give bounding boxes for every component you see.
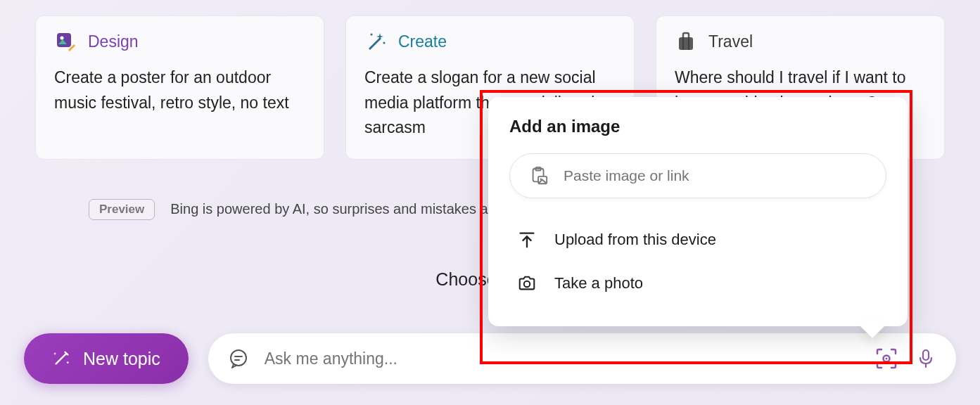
svg-rect-6 — [688, 37, 689, 50]
svg-point-12 — [886, 358, 888, 360]
svg-rect-13 — [923, 350, 929, 360]
ask-input-bar[interactable] — [208, 333, 956, 384]
svg-point-21 — [524, 281, 530, 287]
preview-text: Bing is powered by AI, so surprises and … — [170, 201, 511, 217]
ask-input[interactable] — [265, 349, 863, 368]
take-photo-option[interactable]: Take a photo — [509, 262, 886, 305]
svg-point-8 — [231, 350, 246, 366]
take-photo-label: Take a photo — [554, 274, 643, 292]
svg-point-1 — [61, 37, 64, 40]
paste-image-field[interactable] — [509, 153, 886, 198]
paste-image-input[interactable] — [564, 167, 867, 184]
upload-icon — [516, 229, 537, 250]
card-header: Design — [54, 30, 305, 53]
new-topic-label: New topic — [83, 349, 160, 369]
microphone-icon[interactable] — [915, 348, 936, 369]
card-title: Design — [88, 32, 139, 51]
card-body: Create a poster for an outdoor music fes… — [54, 65, 305, 115]
card-header: Travel — [675, 30, 926, 53]
upload-label: Upload from this device — [554, 231, 716, 249]
new-topic-button[interactable]: New topic — [24, 333, 189, 384]
preview-badge: Preview — [89, 199, 155, 220]
svg-point-2 — [371, 34, 373, 36]
popup-title: Add an image — [509, 117, 886, 136]
composer-bar: New topic — [24, 333, 956, 384]
svg-rect-0 — [57, 33, 71, 47]
svg-point-3 — [383, 42, 386, 44]
visual-search-icon[interactable] — [874, 347, 898, 371]
chat-icon — [228, 348, 249, 369]
svg-point-7 — [67, 361, 69, 364]
add-image-popup: Add an image Upload from this device — [488, 97, 908, 326]
svg-rect-4 — [679, 37, 693, 50]
svg-rect-5 — [682, 37, 684, 50]
suggestion-card-design[interactable]: Design Create a poster for an outdoor mu… — [35, 15, 324, 160]
upload-from-device-option[interactable]: Upload from this device — [509, 218, 886, 262]
wand-icon — [364, 30, 387, 53]
design-icon — [54, 30, 77, 53]
card-title: Create — [398, 32, 447, 51]
card-header: Create — [364, 30, 616, 53]
clipboard-image-icon — [528, 165, 549, 186]
card-title: Travel — [708, 32, 753, 51]
suitcase-icon — [675, 30, 697, 53]
camera-icon — [516, 273, 537, 294]
